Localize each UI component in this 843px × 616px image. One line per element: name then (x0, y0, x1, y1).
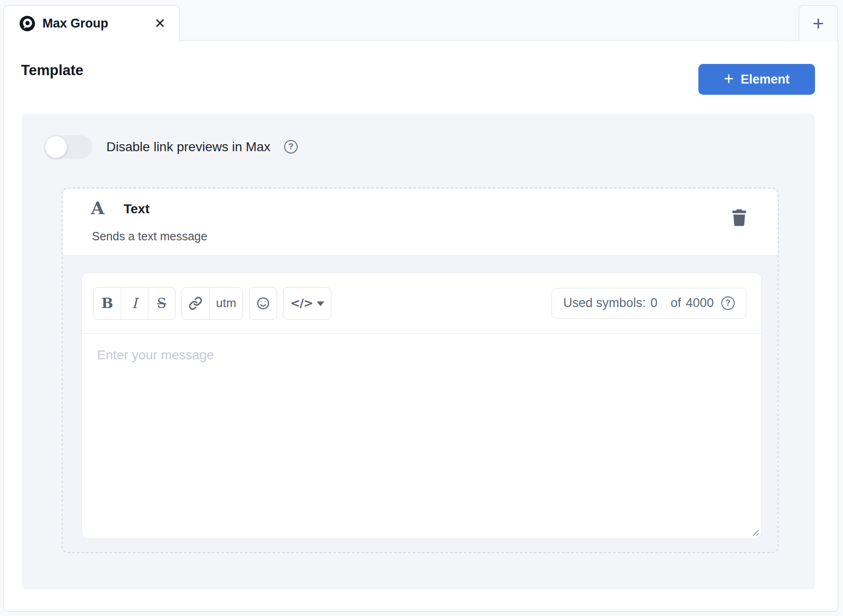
help-icon[interactable]: ? (284, 140, 298, 154)
help-icon[interactable]: ? (721, 296, 735, 310)
plus-icon: + (724, 70, 733, 87)
text-type-icon: A (91, 198, 105, 218)
emoji-button[interactable] (250, 287, 277, 319)
new-tab-button[interactable]: + (799, 5, 838, 42)
counter-used: 0 (650, 296, 657, 310)
bold-icon: B (101, 295, 113, 311)
italic-icon: I (132, 295, 138, 311)
counter-of: of (670, 296, 681, 310)
tab-max-group[interactable]: Max Group ✕ (3, 5, 180, 42)
message-textarea[interactable] (82, 334, 761, 539)
chevron-down-icon (317, 301, 324, 306)
template-editor-page: Max Group ✕ + Template + Element Disable… (0, 0, 843, 616)
link-button-group: utm (181, 287, 243, 320)
utm-label: utm (216, 296, 236, 310)
bold-button[interactable]: B (94, 287, 121, 319)
strikethrough-icon: S (157, 295, 167, 311)
code-icon: </> (290, 296, 313, 310)
emoji-icon (256, 296, 270, 310)
element-subtitle: Sends a text message (92, 230, 207, 243)
counter-limit: 4000 (686, 296, 714, 310)
messenger-logo-icon (20, 16, 35, 31)
element-title: Text (124, 202, 150, 217)
insert-code-button[interactable]: </> (284, 287, 331, 319)
toggle-knob[interactable] (45, 136, 67, 158)
disable-link-previews-toggle[interactable] (44, 135, 92, 159)
code-button-group: </> (283, 287, 331, 320)
editor-toolbar: B I S (82, 273, 761, 334)
link-icon (188, 296, 202, 310)
add-element-button[interactable]: + Element (698, 64, 815, 95)
tab-title: Max Group (42, 16, 153, 31)
add-element-label: Element (740, 72, 789, 87)
strikethrough-button[interactable]: S (148, 287, 175, 319)
plus-icon: + (813, 13, 824, 35)
format-button-group: B I S (93, 287, 175, 320)
symbol-counter: Used symbols: 0 of 4000 ? (551, 288, 746, 319)
emoji-button-group (249, 287, 277, 320)
close-tab-icon[interactable]: ✕ (153, 17, 167, 31)
counter-label: Used symbols: (563, 296, 646, 310)
delete-element-button[interactable] (731, 209, 747, 228)
toggle-label: Disable link previews in Max (106, 140, 271, 154)
link-button[interactable] (182, 287, 209, 319)
message-editor: B I S (81, 273, 762, 539)
text-element-header: A Text Sends a text message (63, 189, 778, 256)
italic-button[interactable]: I (121, 287, 148, 319)
utm-button[interactable]: utm (209, 287, 243, 319)
trash-icon (732, 209, 746, 226)
text-element-card: A Text Sends a text message B (62, 188, 779, 553)
page-title: Template (21, 62, 84, 79)
